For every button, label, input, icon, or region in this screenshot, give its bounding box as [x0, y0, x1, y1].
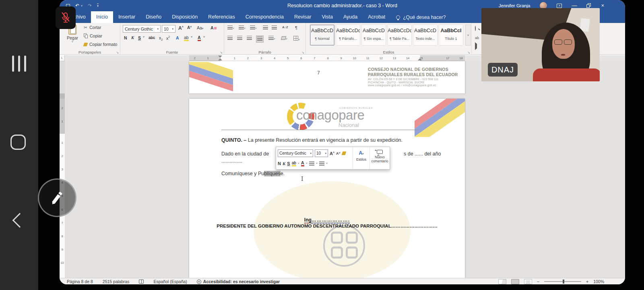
font-color-button[interactable]: A	[198, 35, 201, 41]
mini-format-painter-icon[interactable]	[341, 151, 346, 155]
zoom-slider-thumb[interactable]	[563, 280, 564, 284]
undo-dropdown-icon[interactable]: ˅	[81, 4, 83, 7]
style-item[interactable]: AaBbCcD ¶ Normal	[310, 25, 334, 46]
redo-icon[interactable]: ↷	[88, 3, 92, 8]
ribbon-tab[interactable]: Disposición	[167, 11, 203, 23]
format-painter-button[interactable]: Copiar formato	[84, 40, 117, 48]
document-canvas[interactable]: 7 CONSEJO NACIONAL DE GOBIERNOS PARROQUI…	[65, 61, 625, 278]
bold-button[interactable]: N	[124, 35, 127, 40]
mic-muted-indicator[interactable]	[56, 6, 76, 29]
ribbon-tab[interactable]: Acrobat	[363, 11, 390, 23]
shrink-font-button[interactable]: A˅	[187, 25, 192, 30]
ribbon-tab[interactable]: Vista	[316, 11, 338, 23]
grow-font-button[interactable]: A˄	[178, 25, 184, 31]
align-center-icon[interactable]	[237, 36, 242, 41]
superscript-button[interactable]: x2	[166, 35, 170, 41]
font-color-dropdown-icon[interactable]: ˅	[203, 35, 205, 38]
home-icon[interactable]	[10, 135, 26, 150]
style-item[interactable]: AaBbCcDd ¶ Table Pa...	[387, 25, 412, 46]
zoom-level[interactable]: 100%	[593, 279, 604, 284]
ribbon-tab[interactable]: Revisar	[289, 11, 316, 23]
clipboard-dialog-launcher[interactable]: ↘	[116, 51, 119, 54]
annotation-pencil-button[interactable]	[38, 178, 76, 217]
font-size-combo[interactable]: 10▾	[162, 25, 175, 33]
web-layout-button[interactable]	[524, 279, 532, 284]
first-line-indent-marker[interactable]	[218, 56, 222, 58]
mini-italic-button[interactable]: K	[283, 161, 285, 166]
show-marks-icon[interactable]: ¶	[295, 25, 297, 30]
tell-me-box[interactable]: ¿Qué desea hacer?	[396, 11, 446, 23]
close-button[interactable]: ×	[601, 0, 604, 11]
language-indicator[interactable]: Español (España)	[153, 279, 187, 284]
line-spacing-icon[interactable]: ˅	[268, 36, 275, 41]
back-icon[interactable]	[12, 213, 27, 228]
accessibility-status[interactable]: ×Accesibilidad: es necesario investigar	[197, 279, 280, 284]
underline-dropdown-icon[interactable]: ˅	[143, 35, 144, 38]
style-item[interactable]: AaBbCcD ¶ Sin espa...	[361, 25, 386, 46]
subscript-button[interactable]: x2	[159, 35, 163, 41]
text-effects-button[interactable]: A	[176, 35, 179, 40]
mini-bullets-icon[interactable]	[309, 162, 314, 166]
mini-bold-button[interactable]: N	[278, 161, 281, 166]
font-name-combo[interactable]: Century Gothic▾	[123, 25, 161, 33]
hanging-indent-marker[interactable]	[218, 58, 222, 60]
strikethrough-button[interactable]: abc	[149, 35, 155, 40]
undo-icon[interactable]: ↶	[75, 3, 79, 8]
ribbon-tab[interactable]: Referencias	[203, 11, 240, 23]
ribbon-tab[interactable]: Inicio	[91, 11, 113, 23]
mini-underline-button[interactable]: S	[287, 161, 290, 166]
style-item[interactable]: AaBbCcDd ¶ Párrafo...	[336, 25, 360, 46]
mini-numbering-icon[interactable]	[319, 162, 324, 166]
style-item[interactable]: AaBbCcD Texto inde...	[413, 25, 438, 46]
customize-qat-icon[interactable]: ▾	[97, 4, 99, 8]
borders-icon[interactable]: ˅	[293, 36, 300, 41]
increase-indent-icon[interactable]	[272, 25, 277, 30]
mini-font-name-combo[interactable]: Century Gothic▾	[278, 149, 313, 157]
ribbon-tab[interactable]: Insertar	[113, 11, 140, 23]
ribbon-tab[interactable]: Diseño	[140, 11, 167, 23]
sort-icon[interactable]: A↓Z	[282, 25, 288, 29]
ribbon-tab[interactable]: Ayuda	[338, 11, 363, 23]
copy-button[interactable]: Copiar	[84, 32, 117, 40]
account-name[interactable]: Jennifer Granja	[499, 3, 530, 8]
page-indicator[interactable]: Página 8 de 8	[67, 279, 93, 284]
zoom-slider[interactable]	[544, 281, 581, 282]
recents-icon[interactable]	[12, 56, 26, 72]
ribbon-display-options-icon[interactable]: ˄	[557, 4, 562, 8]
restore-button[interactable]	[586, 3, 591, 8]
cut-button[interactable]: ✂Cortar	[84, 23, 117, 31]
read-mode-button[interactable]	[498, 279, 506, 284]
replace-button[interactable]: ab	[475, 36, 479, 40]
find-button[interactable]	[475, 26, 476, 31]
styles-dialog-launcher[interactable]: ↘	[467, 51, 470, 54]
underline-button[interactable]: S	[138, 35, 141, 40]
proofing-icon[interactable]	[139, 280, 144, 284]
ribbon-tab[interactable]: Correspondencia	[240, 11, 289, 23]
word-count[interactable]: 2515 palabras	[103, 279, 130, 284]
highlight-button[interactable]: ab	[184, 35, 189, 41]
bullets-icon[interactable]: ˅	[227, 25, 234, 30]
paragraph-dialog-launcher[interactable]: ↘	[301, 51, 304, 54]
new-comment-button[interactable]: + Nuevocomentario	[369, 147, 390, 169]
align-left-icon[interactable]	[227, 36, 233, 41]
align-right-icon[interactable]	[247, 36, 252, 41]
shading-icon[interactable]: ˅	[281, 36, 287, 41]
zoom-in-button[interactable]: +	[586, 279, 588, 284]
style-item[interactable]: AaBbCcI Título 1	[439, 25, 463, 46]
select-button[interactable]	[475, 44, 477, 48]
italic-button[interactable]: K	[131, 35, 134, 40]
paste-dropdown-icon[interactable]: ˅	[63, 40, 82, 43]
mini-font-size-combo[interactable]: 10▾	[315, 149, 328, 157]
webcam-tile[interactable]: DNAJ	[481, 8, 600, 81]
mini-shrink-font-button[interactable]: A˅	[336, 151, 341, 155]
zoom-out-button[interactable]: −	[537, 279, 539, 284]
mini-font-color-button[interactable]: A	[301, 161, 304, 166]
mini-highlight-button[interactable]: ab	[292, 161, 296, 166]
mini-grow-font-button[interactable]: A˄	[330, 151, 334, 156]
vertical-ruler[interactable]: 21 12345678910	[60, 61, 65, 278]
styles-more-button[interactable]: ˅	[465, 25, 471, 46]
right-indent-marker[interactable]	[418, 58, 422, 60]
font-dialog-launcher[interactable]: ↘	[220, 51, 223, 54]
numbering-icon[interactable]: ˅	[239, 25, 246, 30]
multilevel-list-icon[interactable]: ˅	[250, 25, 257, 30]
